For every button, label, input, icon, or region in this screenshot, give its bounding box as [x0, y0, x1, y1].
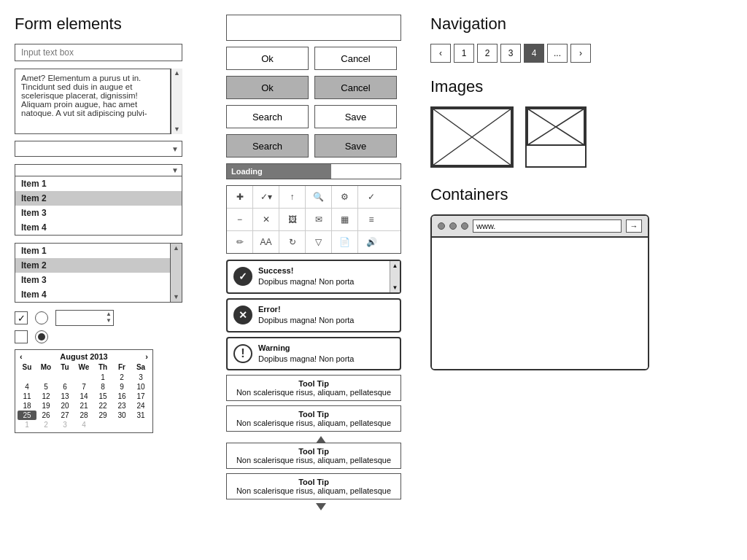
cal-day-today[interactable]: 25 [18, 411, 36, 420]
cal-day[interactable]: 15 [93, 392, 112, 401]
icon-checkmark[interactable]: ✓ [358, 186, 384, 208]
cal-day[interactable] [36, 373, 55, 382]
listbox-2-item-1[interactable]: Item 1 [15, 244, 170, 258]
icon-email[interactable]: ✉ [306, 209, 332, 230]
cal-day[interactable]: 2 [36, 420, 55, 429]
icon-filter[interactable]: ▽ [306, 231, 332, 253]
save-button-white[interactable]: Save [314, 105, 397, 128]
icon-search[interactable]: 🔍 [306, 186, 332, 208]
cal-day[interactable]: 24 [131, 401, 150, 411]
search-button-gray[interactable]: Search [226, 134, 309, 158]
cal-day[interactable]: 2 [112, 373, 131, 382]
page-btn-1[interactable]: 1 [454, 44, 474, 63]
browser-addressbar[interactable]: www. [473, 219, 622, 233]
save-button-gray[interactable]: Save [314, 134, 397, 158]
listbox-2-scrollbar[interactable]: ▲ ▼ [170, 244, 182, 302]
ok-button-white[interactable]: Ok [226, 47, 309, 70]
mid-input-field[interactable] [226, 15, 401, 41]
cal-day[interactable]: 3 [55, 420, 74, 429]
icon-x[interactable]: ✕ [253, 209, 279, 230]
listbox-scrollbar-up[interactable]: ▲ [173, 245, 179, 252]
cancel-button-gray[interactable]: Cancel [314, 76, 397, 99]
listbox-scrollbar-down[interactable]: ▼ [173, 294, 179, 300]
radio-filled[interactable] [35, 330, 48, 343]
textarea-field[interactable]: Amet? Elementum a purus ut in. Tincidunt… [15, 69, 171, 134]
textarea-scrollbar[interactable]: ▲ ▼ [171, 69, 182, 134]
alert-scroll-down[interactable]: ▼ [392, 284, 398, 291]
radio-empty[interactable] [35, 311, 48, 324]
cal-day[interactable]: 1 [93, 373, 112, 382]
cal-day[interactable]: 23 [112, 401, 131, 411]
icon-minus[interactable]: − [227, 209, 253, 230]
icon-text[interactable]: AA [253, 231, 279, 253]
page-btn-2[interactable]: 2 [477, 44, 498, 63]
cal-day[interactable]: 17 [131, 392, 150, 401]
cal-day[interactable] [55, 373, 74, 382]
cal-day[interactable]: 8 [93, 382, 112, 392]
listbox-1-item-4[interactable]: Item 4 [15, 220, 182, 235]
cal-prev-btn[interactable]: ‹ [20, 352, 23, 361]
page-next-btn[interactable]: › [570, 44, 591, 63]
listbox-1-item-2[interactable]: Item 2 [15, 191, 182, 206]
listbox-1-item-3[interactable]: Item 3 [15, 206, 182, 220]
cal-day[interactable]: 27 [55, 411, 74, 420]
listbox-2-item-4[interactable]: Item 4 [15, 287, 170, 302]
icon-list[interactable]: ≡ [358, 209, 384, 230]
search-button-white[interactable]: Search [226, 105, 309, 128]
cal-day[interactable]: 7 [74, 382, 93, 392]
icon-speaker[interactable]: 🔊 [358, 231, 384, 253]
cal-day[interactable]: 22 [93, 401, 112, 411]
cancel-button-white[interactable]: Cancel [314, 47, 397, 70]
cal-day[interactable]: 6 [55, 382, 74, 392]
cal-day[interactable]: 16 [112, 392, 131, 401]
spinner-1[interactable]: ▲ ▼ [55, 310, 114, 326]
cal-day[interactable]: 20 [55, 401, 74, 411]
cal-day[interactable]: 28 [74, 411, 93, 420]
icon-up-arrow[interactable]: ↑ [279, 186, 306, 208]
cal-day[interactable] [74, 373, 93, 382]
cal-day[interactable]: 1 [18, 420, 36, 429]
browser-go-button[interactable]: → [626, 219, 642, 233]
page-prev-btn[interactable]: ‹ [430, 44, 451, 63]
icon-image[interactable]: 🖼 [279, 209, 306, 230]
cal-day[interactable]: 31 [131, 411, 150, 420]
cal-day[interactable]: 3 [131, 373, 150, 382]
cal-day[interactable]: 26 [36, 411, 55, 420]
cal-day[interactable] [18, 373, 36, 382]
cal-day[interactable]: 12 [36, 392, 55, 401]
icon-gear[interactable]: ⚙ [332, 186, 358, 208]
listbox-2-item-3[interactable]: Item 3 [15, 273, 170, 287]
alert-success-scrollbar[interactable]: ▲ ▼ [390, 261, 400, 292]
icon-pencil[interactable]: ✏ [227, 231, 253, 253]
ok-button-gray[interactable]: Ok [226, 76, 309, 99]
icon-check-dropdown[interactable]: ✓▾ [253, 186, 279, 208]
cal-day[interactable]: 29 [93, 411, 112, 420]
dropdown-simple[interactable]: ▼ [15, 141, 182, 157]
cal-day[interactable]: 18 [18, 401, 36, 411]
checkbox-unchecked[interactable] [15, 330, 28, 343]
cal-day[interactable]: 14 [74, 392, 93, 401]
listbox-1-item-1[interactable]: Item 1 [15, 176, 182, 191]
cal-next-btn[interactable]: › [145, 352, 148, 361]
cal-day[interactable]: 4 [74, 420, 93, 429]
listbox-1-header[interactable]: ▼ [15, 165, 182, 176]
spinner-down[interactable]: ▼ [106, 318, 112, 324]
page-btn-4-active[interactable]: 4 [524, 44, 544, 63]
cal-day[interactable]: 13 [55, 392, 74, 401]
page-btn-3[interactable]: 3 [500, 44, 521, 63]
cal-day[interactable]: 21 [74, 401, 93, 411]
scrollbar-up-arrow[interactable]: ▲ [174, 70, 180, 77]
icon-refresh[interactable]: ↻ [279, 231, 306, 253]
cal-day[interactable]: 11 [18, 392, 36, 401]
input-text-field[interactable] [15, 44, 182, 61]
cal-day[interactable]: 5 [36, 382, 55, 392]
icon-table[interactable]: ▦ [332, 209, 358, 230]
alert-scroll-up[interactable]: ▲ [392, 262, 398, 269]
cal-day[interactable]: 30 [112, 411, 131, 420]
icon-doc[interactable]: 📄 [332, 231, 358, 253]
icon-plus[interactable]: ✚ [227, 186, 253, 208]
cal-day[interactable]: 4 [18, 382, 36, 392]
cal-day[interactable]: 10 [131, 382, 150, 392]
listbox-2-item-2[interactable]: Item 2 [15, 258, 170, 273]
scrollbar-down-arrow[interactable]: ▼ [174, 126, 180, 133]
